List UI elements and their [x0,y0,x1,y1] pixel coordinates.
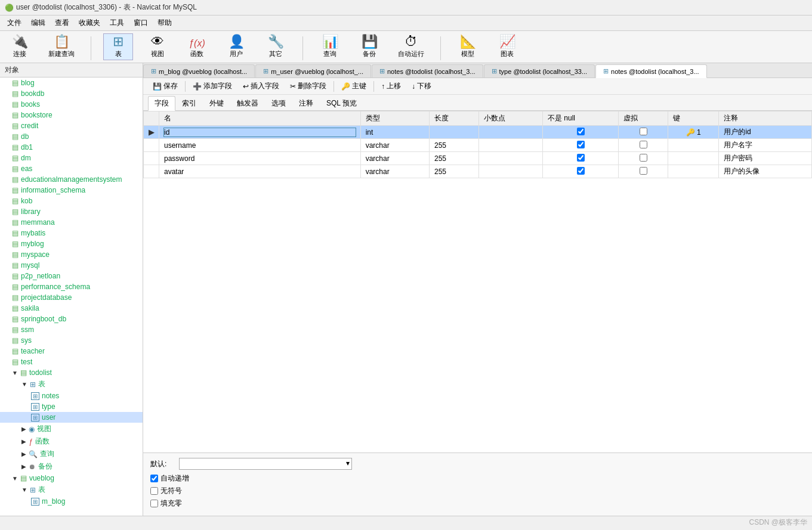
menu-item-查看[interactable]: 查看 [50,17,74,29]
move-down-button[interactable]: ↓ 下移 [407,80,436,92]
table-row[interactable]: passwordvarchar255用户密码 [144,152,812,165]
menu-item-窗口[interactable]: 窗口 [129,17,153,29]
menu-item-文件[interactable]: 文件 [2,17,26,29]
field-decimal-cell[interactable] [478,152,542,165]
menu-item-帮助[interactable]: 帮助 [153,17,177,29]
virtual-checkbox[interactable] [640,128,647,135]
new-query-button[interactable]: 📋 新建查询 [44,33,79,60]
sidebar-item-books[interactable]: ▤ books [0,99,143,110]
table-row[interactable]: avatarvarchar255用户的头像 [144,165,812,178]
auto-increment-checkbox[interactable] [150,475,158,482]
sidebar-item-vueblog[interactable]: ▼ ▤ vueblog [0,473,143,483]
sidebar-item-sys[interactable]: ▤ sys [0,335,143,346]
sidebar-item-memmana[interactable]: ▤ memmana [0,217,143,228]
model-button[interactable]: 📐 模型 [453,33,483,60]
move-up-button[interactable]: ↑ 上移 [376,80,406,92]
connect-button[interactable]: 🔌 连接 [5,33,35,60]
subtab-foreign-keys[interactable]: 外键 [203,96,230,110]
sidebar-item-information-schema[interactable]: ▤ information_schema [0,185,143,196]
sidebar-item-db[interactable]: ▤ db [0,131,143,142]
field-virtual-cell[interactable] [619,152,668,165]
sidebar-item-ssm[interactable]: ▤ ssm [0,324,143,335]
sidebar-item-mybatis[interactable]: ▤ mybatis [0,228,143,238]
field-virtual-cell[interactable] [619,165,668,178]
field-name-cell[interactable]: username [159,139,361,152]
virtual-checkbox[interactable] [640,154,647,162]
menu-item-工具[interactable]: 工具 [105,17,129,29]
not-null-checkbox[interactable] [577,167,585,175]
field-length-cell[interactable] [429,126,478,139]
subtab-triggers[interactable]: 触发器 [230,96,265,110]
backup-button[interactable]: 💾 备份 [354,33,384,60]
field-name-cell[interactable]: avatar [159,165,361,178]
sidebar-item-user[interactable]: ⊞ user [0,412,143,423]
not-null-checkbox[interactable] [577,154,585,162]
subtab-options[interactable]: 选项 [265,96,292,110]
virtual-checkbox[interactable] [640,141,647,148]
view-button[interactable]: 👁 视图 [143,33,172,60]
sidebar-item-db1[interactable]: ▤ db1 [0,142,143,153]
field-type-cell[interactable]: varchar [360,139,429,152]
field-length-cell[interactable]: 255 [429,152,478,165]
sidebar-item-bookstore[interactable]: ▤ bookstore [0,110,143,120]
table-button[interactable]: ⊞ 表 [103,33,133,60]
subtab-comments[interactable]: 注释 [292,96,320,110]
sidebar-item-dm[interactable]: ▤ dm [0,153,143,163]
tab-m-user[interactable]: ⊞ m_user @vueblog (localhost_... [255,64,371,78]
sidebar-item-projectdb[interactable]: ▤ projectdatabase [0,292,143,303]
default-select[interactable] [179,458,352,470]
sidebar-item-p2p[interactable]: ▤ p2p_netloan [0,271,143,281]
subtab-fields[interactable]: 字段 [148,96,175,111]
not-null-checkbox[interactable] [577,128,585,135]
unsigned-checkbox[interactable] [150,487,158,495]
query-button[interactable]: 📊 查询 [315,33,345,60]
sidebar-item-todolist-views[interactable]: ▶ ◉ 视图 [0,423,143,435]
field-name-input[interactable] [164,128,356,137]
table-row[interactable]: usernamevarchar255用户名字 [144,139,812,152]
field-length-cell[interactable]: 255 [429,165,478,178]
sidebar-item-sakila[interactable]: ▤ sakila [0,303,143,314]
delete-field-button[interactable]: ✂ 删除字段 [285,80,331,92]
sidebar-item-kob[interactable]: ▤ kob [0,196,143,206]
field-not-null-cell[interactable] [543,152,619,165]
table-row[interactable]: ▶int🔑 1用户的id [144,126,812,139]
sidebar-item-myblog[interactable]: ▤ myblog [0,238,143,249]
not-null-checkbox[interactable] [577,141,585,148]
other-button[interactable]: 🔧 其它 [261,33,291,60]
sidebar-item-eas[interactable]: ▤ eas [0,163,143,174]
insert-field-button[interactable]: ↩ 插入字段 [238,80,284,92]
tab-notes[interactable]: ⊞ notes @todolist (localhost_3... [372,64,483,78]
sidebar-item-credit[interactable]: ▤ credit [0,120,143,131]
sidebar-item-type[interactable]: ⊞ type [0,401,143,412]
field-not-null-cell[interactable] [543,126,619,139]
sidebar-item-myspace[interactable]: ▤ myspace [0,249,143,260]
primary-key-button[interactable]: 🔑 主键 [336,80,371,92]
field-name-cell[interactable]: password [159,152,361,165]
tab-user-active[interactable]: ⊞ notes @todolist (localhost_3... [595,64,707,78]
sidebar-item-todolist-tables[interactable]: ▼ ⊞ 表 [0,378,143,390]
tab-type[interactable]: ⊞ type @todolist (localhost_33... [484,64,595,78]
sidebar-item-educational[interactable]: ▤ educationalmanagementsystem [0,174,143,185]
sidebar-item-todolist[interactable]: ▼ ▤ todolist [0,367,143,378]
field-virtual-cell[interactable] [619,126,668,139]
menu-item-编辑[interactable]: 编辑 [26,17,50,29]
sidebar-item-todolist-functions[interactable]: ▶ ƒ 函数 [0,435,143,448]
sidebar-item-springboot[interactable]: ▤ springboot_db [0,314,143,324]
field-virtual-cell[interactable] [619,139,668,152]
sidebar-item-notes[interactable]: ⊞ notes [0,390,143,401]
sidebar-item-mysql[interactable]: ▤ mysql [0,260,143,271]
sidebar-item-m-blog[interactable]: ⊞ m_blog [0,496,143,507]
sidebar-item-test[interactable]: ▤ test [0,357,143,367]
field-type-cell[interactable]: int [360,126,429,139]
field-type-cell[interactable]: varchar [360,152,429,165]
sidebar-item-todolist-queries[interactable]: ▶ 🔍 查询 [0,448,143,460]
sidebar-item-library[interactable]: ▤ library [0,206,143,217]
field-length-cell[interactable]: 255 [429,139,478,152]
function-button[interactable]: ƒ(x) 函数 [182,37,212,60]
add-field-button[interactable]: ➕ 添加字段 [188,80,237,92]
field-not-null-cell[interactable] [543,139,619,152]
sidebar-item-performance[interactable]: ▤ performance_schema [0,281,143,292]
sidebar-item-bookdb[interactable]: ▤ bookdb [0,88,143,99]
virtual-checkbox[interactable] [640,167,647,175]
menu-item-收藏夹[interactable]: 收藏夹 [74,17,105,29]
